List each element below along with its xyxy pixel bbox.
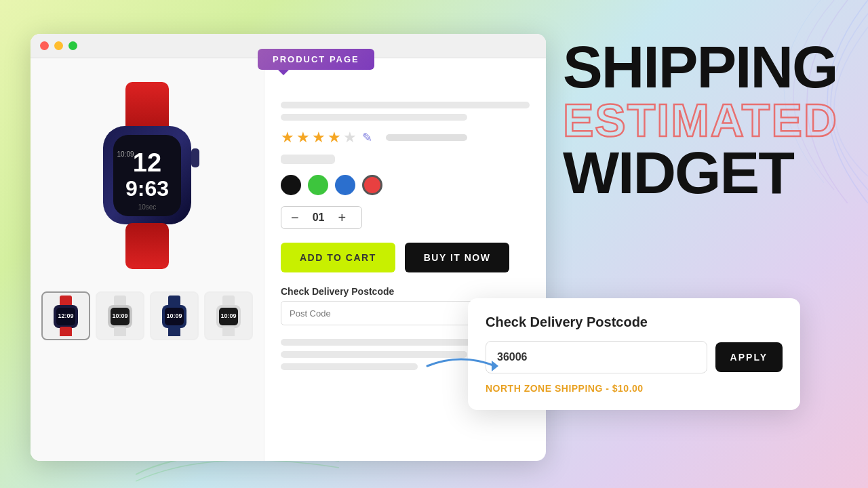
review-placeholder bbox=[386, 134, 467, 141]
product-page-badge: PRODUCT PAGE bbox=[258, 49, 374, 70]
title-placeholder-2 bbox=[281, 114, 467, 121]
color-swatch-black[interactable] bbox=[281, 175, 301, 195]
stars-row: ★ ★ ★ ★ ★ ✎ bbox=[281, 129, 530, 146]
svg-rect-28 bbox=[222, 327, 235, 336]
svg-rect-7 bbox=[125, 223, 169, 269]
star-1: ★ bbox=[281, 129, 294, 146]
hero-line-2: ESTIMATED bbox=[563, 97, 848, 143]
browser-maximize-btn[interactable] bbox=[68, 41, 77, 50]
thumb-watch-3: 10:09 bbox=[157, 296, 192, 336]
color-swatches bbox=[281, 175, 530, 195]
delivery-title: Check Delivery Postcode bbox=[281, 286, 530, 297]
color-swatch-blue[interactable] bbox=[335, 175, 355, 195]
browser-minimize-btn[interactable] bbox=[54, 41, 63, 50]
shipping-widget: Check Delivery Postcode APPLY NORTH ZONE… bbox=[468, 298, 800, 410]
svg-text:10:09: 10:09 bbox=[117, 150, 134, 158]
svg-rect-18 bbox=[114, 327, 126, 336]
svg-rect-13 bbox=[60, 327, 72, 336]
main-product-image: 12 9:63 10:09 10sec bbox=[59, 72, 235, 275]
svg-text:12:09: 12:09 bbox=[58, 312, 73, 319]
add-to-cart-button[interactable]: ADD TO CART bbox=[281, 243, 395, 272]
quantity-decrease-btn[interactable]: − bbox=[291, 211, 299, 224]
stars: ★ ★ ★ ★ ★ bbox=[281, 129, 357, 146]
thumb-watch-2: 10:09 bbox=[102, 296, 138, 336]
title-placeholder-1 bbox=[281, 102, 530, 108]
apply-button[interactable]: APPLY bbox=[715, 342, 783, 372]
product-watch-svg: 12 9:63 10:09 10sec bbox=[66, 75, 229, 272]
browser-close-btn[interactable] bbox=[40, 41, 49, 50]
quantity-increase-btn[interactable]: + bbox=[338, 211, 346, 224]
svg-rect-9 bbox=[60, 296, 72, 306]
star-4: ★ bbox=[328, 129, 341, 146]
color-swatch-red[interactable] bbox=[362, 175, 382, 195]
thumbnail-4[interactable]: 10:09 bbox=[204, 291, 253, 340]
svg-text:10:09: 10:09 bbox=[112, 312, 127, 319]
svg-text:10:09: 10:09 bbox=[220, 312, 236, 319]
svg-rect-24 bbox=[222, 296, 235, 306]
color-swatch-green[interactable] bbox=[308, 175, 328, 195]
hero-line-3: WIDGET bbox=[563, 143, 848, 203]
thumbnail-1[interactable]: 12:09 bbox=[41, 291, 90, 340]
svg-rect-0 bbox=[125, 82, 169, 133]
thumbnail-2[interactable]: 10:09 bbox=[96, 291, 144, 340]
svg-rect-8 bbox=[191, 148, 199, 167]
shipping-result: NORTH ZONE SHIPPING - $10.00 bbox=[486, 383, 783, 394]
svg-marker-29 bbox=[492, 361, 498, 371]
hero-text-section: SHIPPING ESTIMATED WIDGET bbox=[563, 37, 848, 203]
svg-rect-19 bbox=[168, 296, 180, 306]
hero-line-1: SHIPPING bbox=[563, 37, 848, 97]
svg-text:9:63: 9:63 bbox=[125, 176, 169, 201]
badge-label: PRODUCT PAGE bbox=[258, 49, 374, 70]
thumb-watch-4: 10:09 bbox=[211, 296, 246, 336]
quantity-row: − 01 + bbox=[281, 206, 362, 229]
buy-it-now-button[interactable]: BUY IT NOW bbox=[405, 243, 510, 272]
widget-title: Check Delivery Postcode bbox=[486, 314, 783, 330]
svg-text:10:09: 10:09 bbox=[166, 312, 182, 319]
price-placeholder bbox=[281, 155, 335, 164]
svg-rect-23 bbox=[168, 327, 180, 336]
widget-postcode-input[interactable] bbox=[486, 341, 707, 373]
star-3: ★ bbox=[312, 129, 326, 146]
thumbnail-3[interactable]: 10:09 bbox=[150, 291, 199, 340]
product-image-section: 12 9:63 10:09 10sec bbox=[31, 58, 264, 461]
edit-icon[interactable]: ✎ bbox=[362, 130, 372, 145]
svg-rect-14 bbox=[114, 296, 126, 306]
thumbnail-row: 12:09 10:09 bbox=[41, 291, 253, 340]
arrow-connector bbox=[420, 346, 502, 386]
quantity-value: 01 bbox=[313, 211, 325, 224]
action-buttons: ADD TO CART BUY IT NOW bbox=[281, 243, 530, 272]
star-2: ★ bbox=[296, 129, 310, 146]
svg-text:12: 12 bbox=[133, 148, 161, 177]
thumb-watch-1: 12:09 bbox=[48, 296, 83, 336]
star-5: ★ bbox=[343, 129, 357, 146]
svg-text:10sec: 10sec bbox=[138, 203, 157, 211]
widget-input-row: APPLY bbox=[486, 341, 783, 373]
